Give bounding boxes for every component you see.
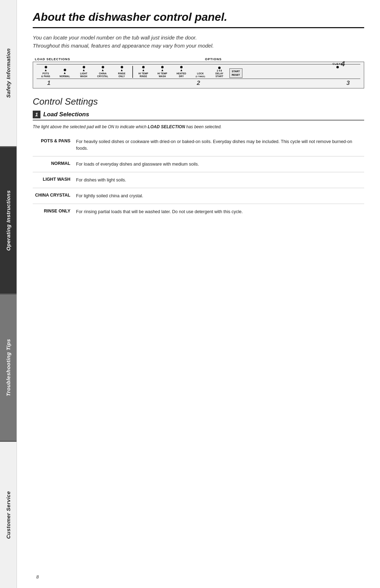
btn-normal: ▲ NORMAL <box>56 69 74 78</box>
feature-desc-rinse-only: For rinsing partial loads that will be w… <box>73 206 364 217</box>
panel-top-labels: LOAD SELECTIONS OPTIONS <box>33 57 364 61</box>
diagram-number-2: 2 <box>197 80 200 87</box>
subsection-title: Load Selections <box>43 111 89 118</box>
start-reset-label: STARTRESET <box>232 70 240 76</box>
btn-indicator-normal <box>64 69 66 71</box>
feature-desc-light-wash: For dishes with light soils. <box>73 174 364 186</box>
btn-indicator-delay <box>218 67 221 69</box>
feature-name-pots-pans: POTS & PANS <box>33 136 73 146</box>
sidebar: Safety Information Operating Instruction… <box>0 0 17 588</box>
sidebar-section-troubleshooting: Troubleshooting Tips <box>0 295 17 442</box>
feature-name-light-wash: LIGHT WASH <box>33 174 73 184</box>
load-selections-header: 1 Load Selections <box>33 111 364 120</box>
subtitle-line2: Throughout this manual, features and app… <box>33 43 214 49</box>
feature-row-normal: NORMAL For loads of everyday dishes and … <box>33 156 364 172</box>
btn-light-wash: ▲ LIGHTWASH <box>75 66 93 78</box>
diagram-number-1: 1 <box>47 80 50 87</box>
btn-delay-start: 2 4 8 DELAYSTART <box>210 67 229 78</box>
feature-name-china-crystal: CHINA CRYSTAL <box>33 190 73 200</box>
subtitle-line1: You can locate your model number on the … <box>33 35 197 41</box>
feature-row-pots-pans: POTS & PANS For heavily soiled dishes or… <box>33 134 364 156</box>
feature-name-normal: NORMAL <box>33 159 73 168</box>
options-label: OPTIONS <box>205 57 362 61</box>
page-title: About the dishwasher control panel. <box>33 11 364 28</box>
feature-row-china-crystal: CHINA CRYSTAL For lightly soiled china a… <box>33 188 364 204</box>
sidebar-section-safety: Safety Information <box>0 0 17 147</box>
sidebar-label-troubleshooting: Troubleshooting Tips <box>5 339 11 396</box>
feature-desc-china-crystal: For lightly soiled china and crystal. <box>73 190 364 202</box>
btn-hi-temp-wash: ▲ HI TEMPWASH <box>153 66 172 78</box>
subtitle: You can locate your model number on the … <box>33 34 364 50</box>
feature-desc-normal: For loads of everyday dishes and glasswa… <box>73 159 364 170</box>
subsection-number: 1 <box>33 111 40 118</box>
feature-desc-pots-pans: For heavily soiled dishes or cookware wi… <box>73 136 364 154</box>
page-number: 8 <box>36 574 39 580</box>
btn-indicator-rinse <box>121 66 123 68</box>
btn-indicator-light-wash <box>83 66 85 68</box>
btn-start-reset[interactable]: STARTRESET <box>229 68 242 78</box>
sidebar-label-customer: Customer Service <box>5 491 11 539</box>
load-selections-label: LOAD SELECTIONS <box>35 57 205 61</box>
instruction-note: The light above the selected pad will be… <box>33 124 364 130</box>
btn-indicator-hi-temp-wash <box>161 66 164 68</box>
btn-indicator-pots <box>45 66 47 68</box>
feature-row-light-wash: LIGHT WASH For dishes with light soils. <box>33 172 364 188</box>
diagram-number-3: 3 <box>347 80 350 87</box>
buttons-container: ▲ POTS& PANS ▲ NORMAL ▲ LIGHTWASH ▲ CHIN… <box>37 64 360 79</box>
btn-china-crystal: ▲ CHINACRYSTAL <box>94 66 112 78</box>
main-content: About the dishwasher control panel. You … <box>17 0 380 588</box>
sidebar-section-customer: Customer Service <box>0 442 17 588</box>
btn-hi-temp-rinse: ▲ HI TEMPRINSE <box>134 66 153 78</box>
btn-heated-dry: ▲ HEATEDDRY <box>172 66 191 78</box>
sidebar-section-operating: Operating Instructions <box>0 147 17 295</box>
features-list: POTS & PANS For heavily soiled dishes or… <box>33 134 364 219</box>
group-divider-1 <box>132 66 133 78</box>
sidebar-label-operating: Operating Instructions <box>5 190 11 251</box>
btn-pots-pans: ▲ POTS& PANS <box>37 66 55 78</box>
control-panel-diagram: LOAD SELECTIONS OPTIONS CLEAN 4 ▲ POTS& … <box>33 57 364 88</box>
sidebar-label-safety: Safety Information <box>5 48 11 98</box>
diagram-numbers-row: 1 2 3 <box>37 79 360 87</box>
btn-rinse-only: ▲ RINSEONLY <box>113 66 131 78</box>
feature-row-rinse-only: RINSE ONLY For rinsing partial loads tha… <box>33 204 364 219</box>
feature-name-rinse-only: RINSE ONLY <box>33 206 73 216</box>
btn-indicator-china <box>102 66 104 68</box>
control-settings-title: Control Settings <box>33 96 364 107</box>
btn-lock: LOCK(2 TIMES) <box>191 72 210 78</box>
btn-indicator-hi-temp-rinse <box>142 66 145 68</box>
panel-inner: CLEAN 4 ▲ POTS& PANS ▲ NORMAL ▲ <box>33 62 364 88</box>
btn-indicator-heated-dry <box>180 66 183 68</box>
